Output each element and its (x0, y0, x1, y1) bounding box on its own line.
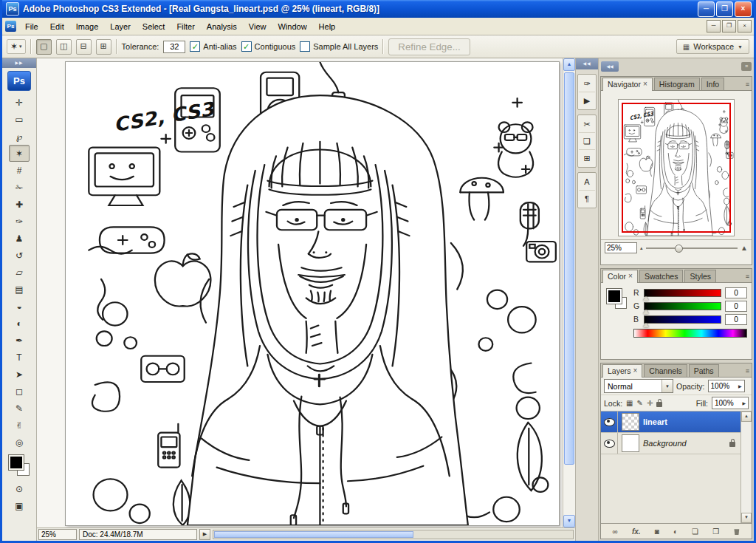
foreground-color-swatch[interactable] (9, 455, 24, 470)
tool-hand[interactable]: ✌ (9, 417, 30, 434)
tool-path-selection[interactable]: ➤ (9, 366, 30, 383)
sample-all-layers-checkbox[interactable]: Sample All Layers (300, 41, 378, 52)
contiguous-checkbox[interactable]: ✓ Contiguous (241, 41, 296, 52)
tool-dodge[interactable]: ◐ (9, 315, 30, 332)
zoom-in-mountain-icon[interactable]: ▲ (740, 244, 748, 252)
green-value-field[interactable]: 0 (725, 301, 747, 312)
red-slider[interactable] (644, 289, 721, 297)
tab-navigator[interactable]: Navigator × (602, 78, 653, 91)
document-icon[interactable]: Ps (5, 21, 16, 32)
scroll-down-icon[interactable]: ▼ (563, 515, 575, 527)
lock-all-icon[interactable] (656, 402, 662, 407)
selection-mode-intersect[interactable]: ⊞ (96, 39, 111, 55)
link-layers-icon[interactable]: ∞ (613, 527, 618, 536)
doc-minimize-button[interactable]: ─ (707, 20, 721, 33)
visibility-toggle[interactable] (601, 433, 618, 454)
spinner-arrow-icon[interactable]: ▶ (742, 400, 746, 406)
green-slider[interactable] (644, 302, 721, 310)
blue-slider[interactable] (644, 315, 721, 324)
layer-thumbnail[interactable] (622, 413, 639, 431)
scroll-up-icon[interactable]: ▲ (741, 411, 752, 422)
color-spectrum-ramp[interactable] (633, 329, 747, 338)
tool-shape[interactable]: ◻ (9, 383, 30, 400)
tool-slice[interactable]: ✁ (9, 179, 30, 196)
tool-lasso[interactable]: ℘ (9, 128, 30, 145)
dock-collapse-button[interactable]: ◀◀ (576, 58, 598, 69)
tool-crop[interactable]: # (9, 162, 30, 179)
tool-preset-picker[interactable]: ✶ ▾ (7, 39, 26, 54)
layer-row-lineart[interactable]: lineart (601, 411, 741, 433)
navigator-zoom-field[interactable]: 25% (605, 242, 637, 253)
screen-mode-button[interactable]: ▣ (9, 497, 30, 514)
restore-button[interactable]: ❐ (716, 1, 733, 17)
menu-analysis[interactable]: Analysis (201, 20, 243, 33)
blend-mode-select[interactable]: Normal ▼ (604, 379, 673, 393)
tool-pen[interactable]: ✒ (9, 332, 30, 349)
tool-zoom[interactable]: ◎ (9, 434, 30, 451)
tab-styles[interactable]: Styles (684, 270, 716, 282)
navigator-zoom-slider[interactable] (646, 243, 738, 253)
tab-channels[interactable]: Channels (644, 364, 687, 377)
tool-brush[interactable]: ✑ (9, 213, 30, 230)
horizontal-scrollbar[interactable] (213, 530, 574, 539)
zoom-out-mountain-icon[interactable]: ▴ (640, 245, 643, 251)
close-button[interactable]: × (735, 1, 752, 17)
visibility-toggle[interactable] (601, 411, 618, 432)
canvas[interactable] (37, 58, 563, 527)
tool-magic-wand[interactable]: ✶ (9, 145, 30, 162)
layer-name[interactable]: lineart (643, 417, 667, 426)
layer-name[interactable]: Background (643, 439, 687, 448)
selection-mode-add[interactable]: ◫ (56, 39, 72, 55)
title-bar[interactable]: Ps Adobe Photoshop CS3 Extended - [Real … (2, 0, 754, 18)
tool-clone-stamp[interactable]: ♟ (9, 230, 30, 247)
tab-close-icon[interactable]: × (643, 81, 647, 87)
navigator-view-box[interactable] (622, 103, 731, 233)
anti-alias-checkbox[interactable]: ✓ Anti-alias (190, 41, 236, 52)
lock-position-icon[interactable]: ✛ (647, 399, 653, 407)
fill-field[interactable]: 100% ▶ (712, 397, 749, 409)
layer-comps-panel-icon[interactable]: ❏ (579, 133, 595, 150)
scroll-down-icon[interactable]: ▼ (741, 513, 752, 523)
vertical-scroll-thumb[interactable] (564, 72, 574, 465)
doc-close-button[interactable]: × (738, 20, 752, 33)
menu-edit[interactable]: Edit (44, 20, 70, 33)
workspace-button[interactable]: ▦ Workspace ▼ (676, 39, 749, 54)
status-menu-arrow[interactable]: ▶ (199, 529, 210, 540)
tab-close-icon[interactable]: × (628, 273, 633, 279)
layer-row-background[interactable]: Background (601, 433, 741, 454)
slider-marker-icon[interactable] (643, 323, 649, 327)
ps-logo-button[interactable]: Ps (7, 71, 31, 91)
toolbox-collapse-grip[interactable]: ▶▶ (2, 58, 36, 68)
tool-healing-brush[interactable]: ✚ (9, 196, 30, 213)
paragraph-panel-icon[interactable]: ¶ (579, 191, 595, 207)
clone-source-panel-icon[interactable]: ✂ (579, 116, 595, 133)
minimize-button[interactable]: ─ (698, 1, 715, 17)
character-panel-icon[interactable]: A (579, 174, 595, 191)
tolerance-input[interactable] (163, 41, 185, 53)
menu-file[interactable]: File (19, 20, 44, 33)
menu-window[interactable]: Window (272, 20, 312, 33)
lock-pixels-icon[interactable]: ✎ (637, 399, 643, 407)
vertical-scrollbar[interactable]: ▲ ▼ (563, 58, 575, 527)
panels-collapse-button[interactable]: ◀◀ (601, 61, 619, 72)
menu-filter[interactable]: Filter (171, 20, 200, 33)
navigator-preview[interactable] (618, 99, 735, 236)
tool-notes[interactable]: ✎ (9, 400, 30, 417)
menu-view[interactable]: View (243, 20, 272, 33)
panel-menu-icon[interactable]: ≡ (746, 273, 749, 280)
tool-move[interactable]: ✛ (9, 94, 30, 111)
tab-swatches[interactable]: Swatches (639, 270, 684, 282)
refine-edge-button[interactable]: Refine Edge... (388, 38, 470, 55)
opacity-field[interactable]: 100% ▶ (708, 380, 745, 392)
menu-layer[interactable]: Layer (104, 20, 137, 33)
tab-histogram[interactable]: Histogram (654, 78, 700, 90)
scroll-up-icon[interactable]: ▲ (563, 58, 575, 71)
slider-marker-icon[interactable] (643, 310, 649, 314)
tool-type[interactable]: T (9, 349, 30, 366)
selection-mode-subtract[interactable]: ⊟ (76, 39, 92, 55)
delete-layer-icon[interactable] (733, 527, 740, 535)
menu-image[interactable]: Image (70, 20, 105, 33)
tab-layers[interactable]: Layers × (602, 364, 642, 378)
blue-value-field[interactable]: 0 (725, 314, 747, 325)
tab-close-icon[interactable]: × (633, 368, 638, 374)
